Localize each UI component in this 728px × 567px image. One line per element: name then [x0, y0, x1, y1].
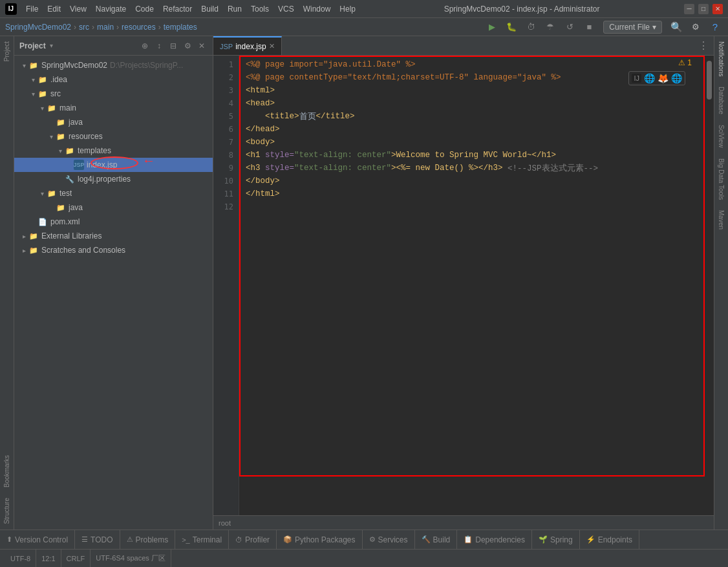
title-controls: ─ □ ✕: [684, 4, 723, 14]
bottom-tab-services[interactable]: ⚙Services: [363, 530, 415, 549]
code-line-8: <h1 style="text-align: center">Welcome t…: [246, 149, 698, 162]
right-strip-database[interactable]: Database: [718, 81, 725, 120]
right-strip-maven[interactable]: Maven: [718, 205, 725, 235]
breadcrumb-templates[interactable]: templates: [164, 23, 197, 32]
menu-run[interactable]: Run: [224, 3, 246, 15]
tree-arrow-icon: ▸: [19, 247, 28, 254]
tree-item-2[interactable]: ▾📁src: [14, 87, 213, 101]
tree-item-7[interactable]: JSPindex.jsp: [14, 158, 213, 172]
line-number-8: 8: [213, 149, 239, 162]
tree-item-1[interactable]: ▾📁.idea: [14, 72, 213, 87]
status-line-ending[interactable]: CRLF: [61, 550, 91, 567]
right-strip: NotificationsDatabaseSciViewBig Data Too…: [714, 36, 728, 530]
status-indent[interactable]: UTF-6S4 spaces 厂区: [91, 550, 171, 567]
tree-item-10[interactable]: 📁java: [14, 200, 213, 215]
tab-close-button[interactable]: ✕: [269, 42, 275, 50]
tree-item-icon: 📁: [37, 89, 48, 99]
tree-arrow-icon: ▸: [19, 233, 28, 240]
tree-item-4[interactable]: 📁java: [14, 115, 213, 129]
menu-refactor[interactable]: Refactor: [159, 3, 196, 15]
tree-item-3[interactable]: ▾📁main: [14, 101, 213, 115]
bottom-tab-dependencies[interactable]: 📋Dependencies: [457, 530, 532, 549]
close-panel-button[interactable]: ✕: [196, 40, 208, 52]
status-bar: UTF-8 12:1 CRLF UTF-6S4 spaces 厂区: [0, 549, 728, 567]
tree-item-12[interactable]: ▸📁External Libraries: [14, 229, 213, 243]
right-strip-big-data-tools[interactable]: Big Data Tools: [718, 153, 725, 205]
tree-item-6[interactable]: ▾📁templates: [14, 144, 213, 158]
current-file-dropdown[interactable]: Current File ▾: [603, 21, 662, 34]
window-title: SpringMvcDemo02 - index.jsp - Administra…: [359, 5, 684, 14]
tree-arrow-icon: ▾: [19, 62, 28, 69]
project-panel-toolbar: ⊕ ↕ ⊟ ⚙ ✕: [139, 40, 208, 52]
menu-window[interactable]: Window: [299, 3, 335, 15]
menu-file[interactable]: File: [22, 3, 42, 15]
breadcrumb-main[interactable]: main: [97, 23, 114, 32]
breadcrumb-project[interactable]: SpringMvcDemo02: [5, 23, 71, 32]
line-number-6: 6: [213, 123, 239, 136]
structure-sidebar-toggle[interactable]: Structure: [3, 493, 10, 530]
breadcrumb-resources[interactable]: resources: [122, 23, 156, 32]
collapse-all-button[interactable]: ⊟: [167, 40, 179, 52]
run-button[interactable]: ▶: [484, 19, 500, 35]
tree-item-label: index.jsp: [87, 160, 117, 169]
main-layout: Project Bookmarks Structure Project ▾ ⊕ …: [0, 36, 728, 530]
close-button[interactable]: ✕: [712, 4, 723, 14]
scrollbar-thumb[interactable]: [707, 61, 712, 100]
stop-button[interactable]: ■: [581, 19, 597, 35]
bottom-tab-spring[interactable]: 🌱Spring: [532, 530, 580, 549]
menu-tools[interactable]: Tools: [247, 3, 273, 15]
minimize-button[interactable]: ─: [684, 4, 694, 14]
menu-help[interactable]: Help: [336, 3, 359, 15]
menu-code[interactable]: Code: [131, 3, 158, 15]
menu-vcs[interactable]: VCS: [274, 3, 298, 15]
project-tree: ▾📁SpringMvcDemo02D:\Projects\SpringP...▾…: [14, 56, 213, 530]
tree-item-8[interactable]: 🔧log4j.properties: [14, 172, 213, 186]
editor-tab-index-jsp[interactable]: JSP index.jsp ✕: [213, 36, 282, 55]
bottom-tab-profiler[interactable]: ⏱Profiler: [229, 530, 277, 549]
project-panel: Project ▾ ⊕ ↕ ⊟ ⚙ ✕ ▾📁SpringMvcDemo02D:\…: [14, 36, 213, 530]
right-strip-notifications[interactable]: Notifications: [718, 36, 725, 81]
breadcrumb-src[interactable]: src: [79, 23, 89, 32]
search-everywhere-button[interactable]: 🔍: [669, 19, 684, 35]
bookmarks-sidebar-toggle[interactable]: Bookmarks: [3, 450, 10, 493]
project-sidebar-toggle[interactable]: Project: [3, 36, 10, 67]
status-position[interactable]: 12:1: [36, 550, 61, 567]
tab-menu-button[interactable]: ⋮: [693, 39, 714, 52]
editor-scrollbar[interactable]: [705, 56, 714, 515]
profile-button[interactable]: ⏱: [523, 19, 539, 35]
tree-item-label: External Libraries: [41, 231, 102, 241]
tree-item-icon: 📄: [37, 217, 48, 227]
bottom-tab-endpoints[interactable]: ⚡Endpoints: [580, 530, 639, 549]
tab-file-icon: JSP: [220, 43, 233, 50]
bottom-tab-icon-2: ⚠: [127, 535, 133, 544]
debug-button[interactable]: 🐛: [504, 19, 519, 35]
bottom-tab-python-packages[interactable]: 📦Python Packages: [277, 530, 362, 549]
new-item-button[interactable]: ⊕: [139, 40, 151, 52]
code-area[interactable]: <%@ page import="java.util.Date" %><%@ p…: [239, 56, 705, 515]
sync-button[interactable]: ↕: [153, 40, 165, 52]
settings-button[interactable]: ⚙: [688, 19, 703, 35]
rerun-button[interactable]: ↺: [562, 19, 577, 35]
tree-item-9[interactable]: ▾📁test: [14, 186, 213, 200]
bottom-tab-terminal[interactable]: >_Terminal: [175, 530, 229, 549]
menu-edit[interactable]: Edit: [43, 3, 65, 15]
coverage-button[interactable]: ☂: [542, 19, 558, 35]
help-button[interactable]: ?: [707, 19, 723, 35]
bottom-tab-todo[interactable]: ☰TODO: [75, 530, 120, 549]
tree-item-11[interactable]: 📄pom.xml: [14, 215, 213, 229]
bottom-tab-build[interactable]: 🔨Build: [415, 530, 458, 549]
project-settings-button[interactable]: ⚙: [182, 40, 193, 52]
tree-item-0[interactable]: ▾📁SpringMvcDemo02D:\Projects\SpringP...: [14, 58, 213, 72]
menu-view[interactable]: View: [66, 3, 91, 15]
tree-item-5[interactable]: ▾📁resources: [14, 129, 213, 144]
bottom-tab-problems[interactable]: ⚠Problems: [120, 530, 176, 549]
bottom-tab-icon-4: ⏱: [235, 536, 242, 544]
bottom-tab-version-control[interactable]: ⬆Version Control: [0, 530, 75, 549]
menu-navigate[interactable]: Navigate: [92, 3, 130, 15]
tree-item-13[interactable]: ▸📁Scratches and Consoles: [14, 243, 213, 257]
code-line-1: <%@ page import="java.util.Date" %>: [246, 58, 698, 71]
right-strip-sciview[interactable]: SciView: [718, 120, 725, 153]
maximize-button[interactable]: □: [698, 4, 709, 14]
status-encoding[interactable]: UTF-8: [5, 550, 36, 567]
menu-build[interactable]: Build: [197, 3, 222, 15]
